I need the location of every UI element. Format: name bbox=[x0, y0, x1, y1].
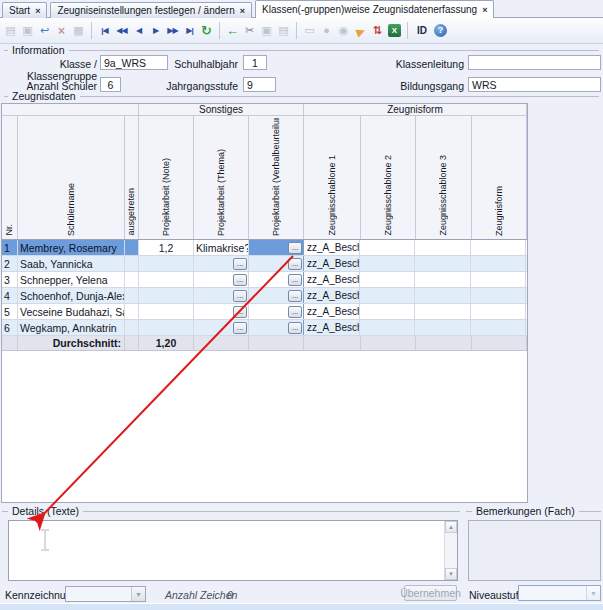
table-row[interactable]: 2 Saab, Yannicka ... ... zz_A_Beschei... bbox=[2, 256, 527, 272]
table-row[interactable]: 6 Wegkamp, Annkatrin ... ... zz_A_Besche… bbox=[2, 320, 527, 336]
column-header-zeugnisschablone-3[interactable]: Zeugnisschablone 3 bbox=[416, 116, 472, 239]
ellipsis-button[interactable]: ... bbox=[288, 322, 302, 334]
cell-schablone3[interactable] bbox=[415, 240, 471, 255]
cell-verbalbeurteilung[interactable]: ... bbox=[249, 256, 304, 271]
column-header-schuelername[interactable]: Schülername bbox=[18, 116, 125, 239]
cell-zeugnisform[interactable] bbox=[471, 272, 526, 287]
cell-nr[interactable]: 5 bbox=[2, 304, 18, 319]
chevron-down-icon[interactable]: ▼ bbox=[131, 587, 145, 601]
id-button[interactable]: ID bbox=[413, 22, 431, 40]
cell-nr[interactable]: 2 bbox=[2, 256, 18, 271]
refresh-icon[interactable]: ↻ bbox=[199, 22, 214, 40]
cell-schablone1[interactable]: zz_A_Beschei... bbox=[303, 272, 360, 287]
table-row[interactable]: 4 Schoenhof, Dunja-Alexandra ... ... zz_… bbox=[2, 288, 527, 304]
ellipsis-button[interactable]: ... bbox=[233, 322, 247, 334]
cut-icon[interactable]: ✂ bbox=[242, 22, 257, 40]
megaphone-icon[interactable]: ▶ bbox=[350, 19, 371, 41]
nav-fast-forward-icon[interactable]: ▶▶ bbox=[165, 22, 180, 40]
cell-name[interactable]: Schnepper, Yelena bbox=[18, 272, 125, 287]
cell-nr[interactable]: 4 bbox=[2, 288, 18, 303]
help-button[interactable]: ? bbox=[433, 22, 448, 40]
details-scrollbar[interactable]: ▲ ▼ bbox=[444, 521, 457, 580]
kennzeichnung-select[interactable]: ▼ bbox=[65, 586, 146, 602]
cell-verbalbeurteilung[interactable]: ... bbox=[249, 272, 304, 287]
cell-schablone3[interactable] bbox=[415, 304, 471, 319]
import-export-icon[interactable]: ⇅ bbox=[370, 22, 385, 40]
klassenleitung-input[interactable] bbox=[468, 55, 601, 70]
ellipsis-button[interactable]: ... bbox=[288, 306, 302, 318]
cell-zeugnisform[interactable] bbox=[471, 304, 526, 319]
scroll-down-icon[interactable]: ▼ bbox=[445, 568, 457, 580]
anzahl-schueler-input[interactable]: 6 bbox=[100, 77, 121, 92]
tab-zeugniseinstellungen[interactable]: Zeugniseinstellungen festlegen / ändern … bbox=[50, 2, 252, 18]
cell-thema[interactable]: Klimakrise?... bbox=[194, 240, 249, 255]
scroll-up-icon[interactable]: ▲ bbox=[445, 521, 457, 533]
table-row[interactable]: 1 Membrey, Rosemary 1,2 Klimakrise?... .… bbox=[2, 240, 527, 256]
klasse-input[interactable]: 9a_WRS bbox=[100, 55, 168, 70]
cell-ausgetreten[interactable] bbox=[125, 304, 139, 319]
column-header-zeugnisschablone-1[interactable]: Zeugnisschablone 1 bbox=[304, 116, 361, 239]
cell-zeugnisform[interactable] bbox=[471, 320, 526, 335]
cell-schablone1[interactable]: zz_A_Beschei... bbox=[303, 240, 360, 255]
copy-icon[interactable]: ▣ bbox=[259, 22, 274, 40]
cell-name[interactable]: Saab, Yannicka bbox=[18, 256, 125, 271]
ellipsis-button[interactable]: ... bbox=[288, 258, 302, 270]
ellipsis-button[interactable]: ... bbox=[288, 274, 302, 286]
cell-note[interactable]: 1,2 bbox=[139, 240, 194, 255]
cell-schablone2[interactable] bbox=[360, 256, 415, 271]
cell-verbalbeurteilung[interactable]: ... bbox=[249, 320, 304, 335]
ellipsis-button[interactable]: ... bbox=[288, 290, 302, 302]
excel-export-icon[interactable]: X bbox=[387, 22, 402, 40]
cell-schablone1[interactable]: zz_A_Beschei... bbox=[303, 304, 360, 319]
ellipsis-button[interactable]: ... bbox=[233, 306, 247, 318]
paste-icon[interactable]: ▤ bbox=[276, 22, 291, 40]
new-document-icon[interactable]: ▤ bbox=[3, 22, 18, 40]
cell-schablone3[interactable] bbox=[415, 320, 471, 335]
cell-schablone1[interactable]: zz_A_Beschei... bbox=[303, 256, 360, 271]
column-header-ausgetreten[interactable]: ausgetreten bbox=[125, 116, 139, 239]
ellipsis-button[interactable]: ... bbox=[288, 242, 302, 254]
cell-zeugnisform[interactable] bbox=[471, 256, 526, 271]
close-tab-icon[interactable]: × bbox=[35, 6, 40, 16]
column-header-nr[interactable]: Nr. bbox=[2, 116, 18, 239]
cell-thema[interactable]: ... bbox=[194, 288, 249, 303]
cell-ausgetreten[interactable] bbox=[125, 240, 139, 255]
bildungsgang-input[interactable]: WRS bbox=[468, 77, 601, 92]
cell-nr[interactable]: 6 bbox=[2, 320, 18, 335]
jahrgangsstufe-input[interactable]: 9 bbox=[243, 77, 276, 92]
cell-name[interactable]: Wegkamp, Annkatrin bbox=[18, 320, 125, 335]
niveaustufe-select[interactable]: ▼ bbox=[518, 585, 601, 601]
cell-schablone3[interactable] bbox=[415, 272, 471, 287]
back-arrow-icon[interactable]: ← bbox=[225, 22, 240, 40]
table-row[interactable]: 5 Vecseine Budahazi, Sarah-C... ... ... … bbox=[2, 304, 527, 320]
cell-note[interactable] bbox=[139, 304, 194, 319]
nav-forward-icon[interactable]: ▶ bbox=[148, 22, 163, 40]
cell-schablone2[interactable] bbox=[360, 304, 415, 319]
column-header-projektarbeit-thema[interactable]: Projektarbeit (Thema) bbox=[194, 116, 249, 239]
chevron-down-icon[interactable]: ▼ bbox=[586, 586, 600, 600]
bulb-icon[interactable]: ◉ bbox=[336, 22, 351, 40]
tab-start[interactable]: Start × bbox=[2, 2, 47, 18]
cell-schablone2[interactable] bbox=[360, 320, 415, 335]
cell-schablone1[interactable]: zz_A_Beschei... bbox=[303, 288, 360, 303]
cell-verbalbeurteilung[interactable]: ... bbox=[249, 240, 304, 255]
column-header-zeugnisform[interactable]: Zeugnisform bbox=[472, 116, 527, 239]
cell-ausgetreten[interactable] bbox=[125, 288, 139, 303]
cell-schablone1[interactable]: zz_A_Beschei... bbox=[303, 320, 360, 335]
cell-note[interactable] bbox=[139, 320, 194, 335]
ellipsis-button[interactable]: ... bbox=[233, 290, 247, 302]
cell-verbalbeurteilung[interactable]: ... bbox=[249, 288, 304, 303]
cell-zeugnisform[interactable] bbox=[471, 288, 526, 303]
details-textarea[interactable]: ▲ ▼ bbox=[8, 520, 458, 581]
cell-verbalbeurteilung[interactable]: ... bbox=[249, 304, 304, 319]
schulhalbjahr-input[interactable]: 1 bbox=[243, 55, 267, 70]
cell-thema[interactable]: ... bbox=[194, 304, 249, 319]
cell-note[interactable] bbox=[139, 256, 194, 271]
table-row[interactable]: 3 Schnepper, Yelena ... ... zz_A_Beschei… bbox=[2, 272, 527, 288]
delete-table-icon[interactable]: ▦ bbox=[71, 22, 86, 40]
undo-icon[interactable]: ↩ bbox=[37, 22, 52, 40]
cell-schablone3[interactable] bbox=[415, 288, 471, 303]
cell-note[interactable] bbox=[139, 272, 194, 287]
cell-schablone2[interactable] bbox=[360, 272, 415, 287]
ellipsis-button[interactable]: ... bbox=[233, 258, 247, 270]
